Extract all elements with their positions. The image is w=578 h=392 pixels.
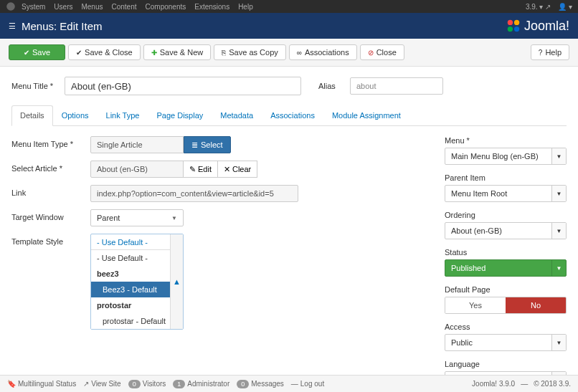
admin-menu-extensions[interactable]: Extensions xyxy=(194,3,229,11)
chevron-down-icon: ▼ xyxy=(551,148,566,164)
link-label: Link xyxy=(11,185,90,197)
template-option-default[interactable]: - Use Default - xyxy=(91,250,183,266)
sb-menu-select[interactable]: Main Menu Blog (en-GB)▼ xyxy=(445,148,567,165)
joomla-logo: Joomla! xyxy=(506,18,569,34)
link-icon: ∞ xyxy=(297,49,302,57)
page-title: Menus: Edit Item xyxy=(22,20,103,32)
default-page-no[interactable]: No xyxy=(506,297,566,313)
admin-menu: System Users Menus Content Components Ex… xyxy=(22,3,253,11)
joomla-icon xyxy=(6,1,16,11)
template-option-beez3-default[interactable]: Beez3 - Default xyxy=(91,282,183,297)
menu-title-input[interactable] xyxy=(65,77,301,95)
svg-point-0 xyxy=(6,2,15,11)
user-icon[interactable]: 👤 ▾ xyxy=(558,3,572,11)
footer-visitors[interactable]: 0Visitors xyxy=(128,380,166,388)
page-header: ☰ Menus: Edit Item Joomla! xyxy=(0,13,578,39)
save-new-button[interactable]: ✚Save & New xyxy=(143,44,212,60)
svg-point-2 xyxy=(514,20,519,25)
plus-icon: ✚ xyxy=(151,49,157,57)
admin-menu-help[interactable]: Help xyxy=(238,3,253,11)
sb-parent-select[interactable]: Menu Item Root▼ xyxy=(445,185,567,202)
associations-button[interactable]: ∞Associations xyxy=(289,44,357,60)
sb-parent-label: Parent Item xyxy=(445,173,567,182)
version-label[interactable]: 3.9. ▾ ↗ xyxy=(526,3,551,11)
save-close-button[interactable]: ✔Save & Close xyxy=(68,44,141,60)
tab-metadata[interactable]: Metadata xyxy=(212,105,262,125)
sb-status-label: Status xyxy=(445,248,567,257)
question-icon: ? xyxy=(539,49,543,57)
pencil-icon: ✎ xyxy=(189,165,196,174)
chevron-down-icon: ▼ xyxy=(551,335,566,350)
sb-ordering-select[interactable]: About (en-GB)▼ xyxy=(445,222,567,239)
cancel-icon: ⊘ xyxy=(368,49,374,57)
tab-link-type[interactable]: Link Type xyxy=(98,105,148,125)
admin-menu-content[interactable]: Content xyxy=(111,3,136,11)
tab-associations[interactable]: Associations xyxy=(262,105,323,125)
menu-title-label: Menu Title * xyxy=(11,82,55,90)
save-copy-button[interactable]: ⎘Save as Copy xyxy=(214,44,285,60)
sb-status-select[interactable]: Published▼ xyxy=(445,259,567,277)
footer-copyright: © 2018 3.9. xyxy=(534,380,571,388)
check-icon: ✔ xyxy=(76,49,82,57)
template-group-protostar: protostar xyxy=(91,297,183,313)
select-article-label: Select Article * xyxy=(11,161,90,173)
menu-item-type-label: Menu Item Type * xyxy=(11,136,90,148)
sb-language-label: Language xyxy=(445,360,567,368)
sb-access-label: Access xyxy=(445,322,567,331)
template-style-label: Template Style xyxy=(11,234,90,246)
svg-point-3 xyxy=(508,27,513,32)
sb-ordering-label: Ordering xyxy=(445,211,567,219)
select-article-value xyxy=(90,161,184,178)
status-bar: 🔖Multilingual Status ↗View Site 0Visitor… xyxy=(0,375,578,392)
alias-input[interactable] xyxy=(350,77,443,95)
copy-icon: ⎘ xyxy=(222,49,226,57)
footer-logout[interactable]: — Log out xyxy=(291,380,324,388)
tab-details[interactable]: Details xyxy=(11,105,53,126)
tab-options[interactable]: Options xyxy=(53,105,98,125)
sb-default-page-toggle[interactable]: YesNo xyxy=(445,297,567,314)
footer-admins[interactable]: 1Administrator xyxy=(173,380,229,388)
toolbar: ✔Save ✔Save & Close ✚Save & New ⎘Save as… xyxy=(0,39,578,67)
template-group-beez3: beez3 xyxy=(91,266,183,282)
tab-page-display[interactable]: Page Display xyxy=(148,105,212,125)
external-icon: ↗ xyxy=(83,380,89,388)
clear-article-button[interactable]: ✕Clear xyxy=(217,161,257,178)
svg-point-4 xyxy=(514,27,519,32)
footer-version: Joomla! 3.9.0 xyxy=(472,380,515,388)
check-icon: ✔ xyxy=(24,49,29,57)
chevron-down-icon: ▼ xyxy=(171,215,177,221)
target-window-label: Target Window xyxy=(11,209,90,221)
template-option-protostar-default[interactable]: protostar - Default xyxy=(91,313,183,329)
list-icon: ≣ xyxy=(191,140,198,150)
target-window-select[interactable]: Parent▼ xyxy=(90,209,184,226)
bookmark-icon: 🔖 xyxy=(7,380,16,388)
admin-menu-components[interactable]: Components xyxy=(146,3,186,11)
tab-module-assignment[interactable]: Module Assignment xyxy=(323,105,409,125)
sb-menu-label: Menu * xyxy=(445,136,567,145)
admin-top-bar: System Users Menus Content Components Ex… xyxy=(0,0,578,13)
tab-bar: Details Options Link Type Page Display M… xyxy=(11,105,567,126)
alias-label: Alias xyxy=(318,82,340,90)
edit-article-button[interactable]: ✎Edit xyxy=(183,161,218,178)
admin-menu-system[interactable]: System xyxy=(22,3,45,11)
x-icon: ✕ xyxy=(224,165,230,174)
footer-messages[interactable]: 0Messages xyxy=(237,380,284,388)
chevron-down-icon: ▼ xyxy=(551,223,566,239)
menu-item-type-select-button[interactable]: ≣Select xyxy=(184,136,231,153)
chevron-up-icon: ▲ xyxy=(170,234,183,329)
sb-access-select[interactable]: Public▼ xyxy=(445,334,567,351)
close-button[interactable]: ⊘Close xyxy=(360,44,404,60)
chevron-down-icon: ▼ xyxy=(551,186,566,201)
template-style-dropdown[interactable]: - Use Default -▲ - Use Default - beez3 B… xyxy=(90,234,184,330)
admin-menu-users[interactable]: Users xyxy=(54,3,72,11)
default-page-yes[interactable]: Yes xyxy=(445,297,506,313)
footer-multilingual[interactable]: 🔖Multilingual Status xyxy=(7,380,76,388)
menu-item-type-value xyxy=(90,136,184,153)
joomla-logo-icon xyxy=(506,18,521,34)
footer-view-site[interactable]: ↗View Site xyxy=(83,380,121,388)
admin-menu-menus[interactable]: Menus xyxy=(81,3,103,11)
save-button[interactable]: ✔Save xyxy=(9,44,65,60)
sb-default-page-label: Default Page xyxy=(445,285,567,294)
list-icon: ☰ xyxy=(9,21,16,31)
help-button[interactable]: ?Help xyxy=(531,44,569,60)
